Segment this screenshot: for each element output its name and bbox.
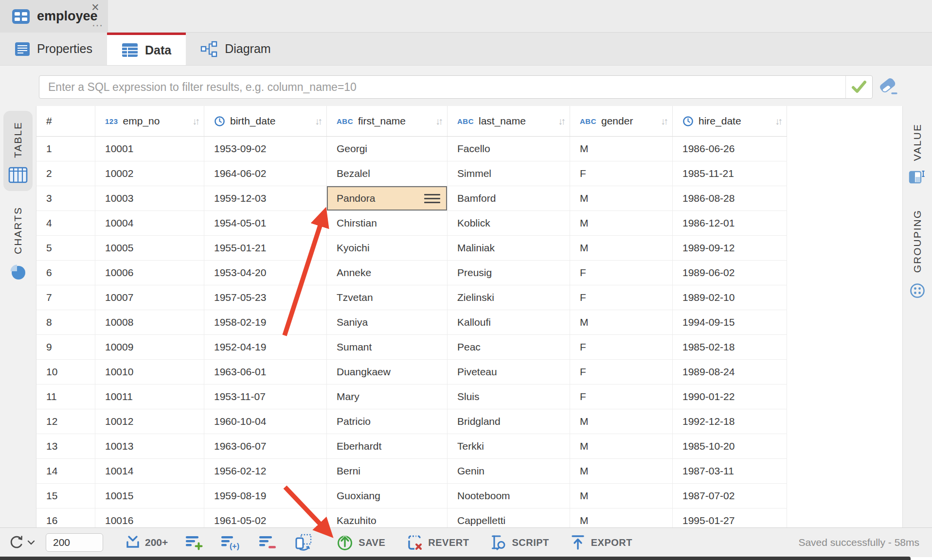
table-cell[interactable]: 10013: [95, 434, 204, 458]
table-cell[interactable]: Simmel: [448, 161, 570, 186]
tab-diagram[interactable]: Diagram: [186, 33, 285, 65]
table-cell[interactable]: Sumant: [327, 335, 448, 359]
table-cell[interactable]: Nooteboom: [448, 484, 570, 508]
sort-icon[interactable]: ↓↑: [661, 116, 666, 127]
table-cell[interactable]: 1987-07-02: [673, 484, 787, 508]
table-cell[interactable]: 1989-02-10: [673, 285, 787, 310]
table-cell[interactable]: Mary: [327, 385, 448, 409]
table-cell[interactable]: 1986-06-26: [673, 137, 787, 161]
table-cell[interactable]: Guoxiang: [327, 484, 448, 508]
table-cell[interactable]: 10015: [95, 484, 204, 508]
table-cell[interactable]: 10001: [95, 137, 204, 161]
table-cell[interactable]: 1954-05-01: [204, 211, 327, 235]
row-number-cell[interactable]: 12: [36, 409, 95, 434]
row-limit-input[interactable]: [46, 533, 103, 552]
table-cell[interactable]: 1958-02-19: [204, 310, 327, 334]
table-cell[interactable]: 10005: [95, 236, 204, 260]
row-number-cell[interactable]: 4: [36, 211, 95, 235]
row-number-cell[interactable]: 5: [36, 236, 95, 260]
table-cell[interactable]: 1987-03-11: [673, 459, 787, 483]
clear-filter-button[interactable]: [878, 77, 899, 97]
table-cell[interactable]: Bridgland: [448, 409, 570, 434]
table-cell[interactable]: F: [570, 261, 673, 285]
table-cell[interactable]: M: [570, 409, 673, 434]
table-cell[interactable]: M: [570, 137, 673, 161]
column-header-emp_no[interactable]: 123emp_no↓↑: [95, 106, 204, 136]
table-cell[interactable]: Sluis: [448, 385, 570, 409]
table-cell[interactable]: M: [570, 211, 673, 235]
table-cell[interactable]: 1959-12-03: [204, 186, 327, 210]
row-number-cell[interactable]: 13: [36, 434, 95, 458]
table-cell[interactable]: 1952-04-19: [204, 335, 327, 359]
table-cell[interactable]: F: [570, 161, 673, 186]
column-header-last_name[interactable]: ABClast_name↓↑: [448, 106, 570, 136]
rail-item-grouping[interactable]: GROUPING: [904, 199, 931, 307]
table-cell[interactable]: Piveteau: [448, 360, 570, 384]
table-cell[interactable]: Preusig: [448, 261, 570, 285]
table-cell[interactable]: F: [570, 285, 673, 310]
row-number-cell[interactable]: 9: [36, 335, 95, 359]
export-button[interactable]: EXPORT: [570, 534, 632, 551]
table-cell[interactable]: 10003: [95, 186, 204, 210]
sort-icon[interactable]: ↓↑: [192, 116, 198, 127]
cell-menu-icon[interactable]: [424, 192, 440, 206]
column-header-rownum[interactable]: #: [36, 106, 95, 136]
table-cell[interactable]: 10014: [95, 459, 204, 483]
row-number-cell[interactable]: 10: [36, 360, 95, 384]
table-cell[interactable]: Bezalel: [327, 161, 448, 186]
table-cell[interactable]: M: [570, 484, 673, 508]
table-cell[interactable]: 1957-05-23: [204, 285, 327, 310]
table-cell[interactable]: 1963-06-07: [204, 434, 327, 458]
table-cell[interactable]: 1960-10-04: [204, 409, 327, 434]
tab-data[interactable]: Data: [107, 33, 186, 65]
table-cell[interactable]: Georgi: [327, 137, 448, 161]
tab-properties[interactable]: Properties: [0, 33, 107, 65]
table-cell[interactable]: Berni: [327, 459, 448, 483]
table-cell[interactable]: 1985-11-21: [673, 161, 787, 186]
table-cell[interactable]: 1963-06-01: [204, 360, 327, 384]
table-cell[interactable]: F: [570, 335, 673, 359]
close-icon[interactable]: ×: [91, 1, 99, 14]
table-cell[interactable]: Koblick: [448, 211, 570, 235]
revert-button[interactable]: REVERT: [406, 534, 469, 551]
table-cell[interactable]: Terkki: [448, 434, 570, 458]
table-cell[interactable]: 1989-09-12: [673, 236, 787, 260]
table-cell[interactable]: 10008: [95, 310, 204, 334]
table-cell[interactable]: Tzvetan: [327, 285, 448, 310]
sql-filter-input[interactable]: [39, 76, 845, 98]
table-cell[interactable]: M: [570, 310, 673, 334]
table-cell[interactable]: 1955-01-21: [204, 236, 327, 260]
table-cell[interactable]: Anneke: [327, 261, 448, 285]
table-cell[interactable]: 10002: [95, 161, 204, 186]
overflow-icon[interactable]: …: [91, 17, 104, 28]
table-cell[interactable]: M: [570, 186, 673, 210]
table-cell[interactable]: Duangkaew: [327, 360, 448, 384]
table-cell[interactable]: Zielinski: [448, 285, 570, 310]
rail-item-table[interactable]: TABLE: [3, 111, 33, 191]
selected-cell[interactable]: Pandora: [327, 186, 448, 210]
table-cell[interactable]: 10011: [95, 385, 204, 409]
table-cell[interactable]: 1985-10-20: [673, 434, 787, 458]
table-cell[interactable]: M: [570, 434, 673, 458]
table-cell[interactable]: Maliniak: [448, 236, 570, 260]
table-cell[interactable]: 1986-08-28: [673, 186, 787, 210]
table-cell[interactable]: 10006: [95, 261, 204, 285]
row-number-cell[interactable]: 15: [36, 484, 95, 508]
table-cell[interactable]: 1953-11-07: [204, 385, 327, 409]
table-cell[interactable]: Saniya: [327, 310, 448, 334]
table-cell[interactable]: F: [570, 385, 673, 409]
sort-icon[interactable]: ↓↑: [775, 116, 781, 127]
row-number-cell[interactable]: 1: [36, 137, 95, 161]
table-cell[interactable]: 1985-02-18: [673, 335, 787, 359]
apply-filter-button[interactable]: [845, 76, 872, 98]
table-cell[interactable]: Patricio: [327, 409, 448, 434]
table-cell[interactable]: 1989-06-02: [673, 261, 787, 285]
row-number-cell[interactable]: 2: [36, 161, 95, 186]
table-cell[interactable]: 10012: [95, 409, 204, 434]
rail-item-value[interactable]: VALUE: [904, 113, 931, 192]
row-number-cell[interactable]: 8: [36, 310, 95, 334]
table-cell[interactable]: 1990-01-22: [673, 385, 787, 409]
table-cell[interactable]: Eberhardt: [327, 434, 448, 458]
table-cell[interactable]: M: [570, 236, 673, 260]
rail-item-charts[interactable]: CHARTS: [3, 196, 33, 289]
